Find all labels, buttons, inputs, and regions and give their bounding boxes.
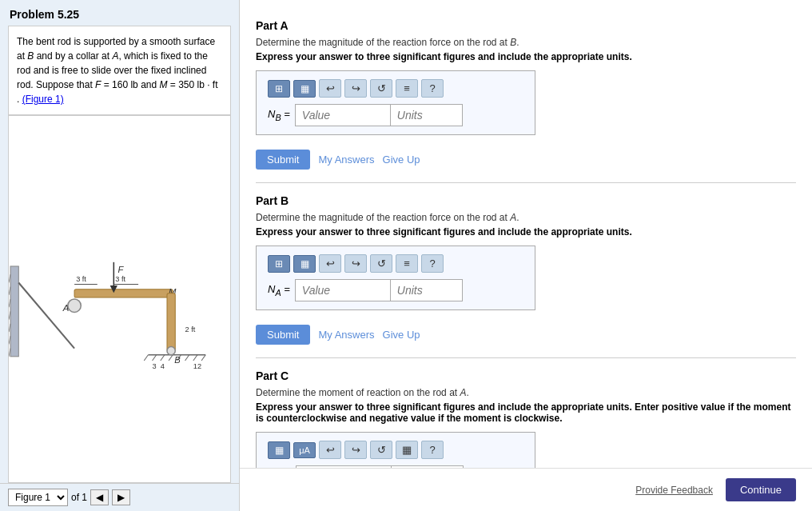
- figure-link[interactable]: (Figure 1): [22, 94, 64, 105]
- svg-text:F: F: [117, 265, 124, 274]
- svg-text:3 ft: 3 ft: [76, 275, 86, 283]
- provide-feedback-btn[interactable]: Provide Feedback: [635, 485, 713, 496]
- undo-btn-c[interactable]: ↩: [319, 441, 341, 459]
- figure-controls: Figure 1 of 1 ◀ ▶: [0, 483, 239, 511]
- part-a-submit-btn[interactable]: Submit: [256, 150, 310, 170]
- refresh-btn-b[interactable]: ↺: [370, 254, 392, 273]
- figure-select[interactable]: Figure 1: [8, 489, 68, 506]
- svg-line-24: [169, 355, 173, 361]
- mu-btn-c[interactable]: μA: [293, 442, 316, 458]
- svg-line-23: [161, 355, 165, 361]
- redo-btn-a[interactable]: ↪: [344, 79, 367, 98]
- bottom-bar: Provide Feedback Continue: [240, 468, 812, 511]
- svg-line-27: [193, 355, 197, 361]
- svg-line-21: [144, 355, 148, 361]
- svg-line-22: [153, 355, 157, 361]
- part-b-give-up-btn[interactable]: Give Up: [383, 329, 420, 341]
- part-b-title: Part B: [256, 194, 796, 207]
- part-a-units-input[interactable]: [391, 104, 463, 126]
- help-btn-b[interactable]: ?: [421, 254, 444, 273]
- figure-svg: A F 3 ft 3 ft M: [9, 116, 230, 482]
- part-a-give-up-btn[interactable]: Give Up: [383, 154, 420, 166]
- part-b-instruction: Determine the magnitude of the reaction …: [256, 212, 796, 223]
- part-a-answer-box: ⊞ ▦ ↩ ↪ ↺ ≡ ? NB =: [256, 70, 535, 135]
- help-btn-c[interactable]: ?: [421, 441, 444, 459]
- part-b-action-row: Submit My Answers Give Up: [256, 325, 796, 345]
- grid-btn-a[interactable]: ⊞: [268, 80, 290, 98]
- part-b-emphasis: Express your answer to three significant…: [256, 226, 796, 238]
- svg-point-10: [68, 299, 81, 312]
- part-b-section: Part B Determine the magnitude of the re…: [256, 194, 796, 358]
- figure-of-label: of 1: [71, 492, 87, 503]
- problem-description: The bent rod is supported by a smooth su…: [8, 26, 231, 115]
- part-b-toolbar: ⊞ ▦ ↩ ↪ ↺ ≡ ?: [268, 254, 523, 273]
- grid-btn-b[interactable]: ⊞: [268, 255, 290, 273]
- svg-text:B: B: [174, 355, 181, 365]
- problem-title: Problem 5.25: [0, 0, 239, 26]
- figure-area: A F 3 ft 3 ft M: [8, 115, 231, 483]
- part-a-value-input[interactable]: [295, 104, 391, 126]
- refresh-btn-c[interactable]: ↺: [370, 441, 392, 459]
- part-a-title: Part A: [256, 19, 796, 32]
- svg-rect-19: [167, 293, 175, 351]
- keyboard-btn-a[interactable]: ≡: [396, 79, 418, 98]
- keyboard-btn-b[interactable]: ≡: [396, 254, 418, 273]
- image-btn-a[interactable]: ▦: [293, 80, 316, 98]
- redo-btn-b[interactable]: ↪: [344, 254, 367, 273]
- svg-text:12: 12: [193, 362, 201, 370]
- part-c-instruction: Determine the moment of reaction on the …: [256, 387, 796, 398]
- grid-btn-c[interactable]: ▦: [268, 441, 290, 459]
- refresh-btn-a[interactable]: ↺: [370, 79, 392, 98]
- part-c-title: Part C: [256, 369, 796, 382]
- part-b-value-input[interactable]: [295, 279, 391, 301]
- continue-btn[interactable]: Continue: [726, 478, 796, 501]
- left-panel: Problem 5.25 The bent rod is supported b…: [0, 0, 240, 511]
- part-b-submit-btn[interactable]: Submit: [256, 325, 310, 345]
- redo-btn-c[interactable]: ↪: [344, 441, 367, 459]
- svg-text:A: A: [62, 303, 70, 313]
- part-a-instruction: Determine the magnitude of the reaction …: [256, 37, 796, 48]
- figure-prev-btn[interactable]: ◀: [90, 489, 109, 505]
- svg-rect-9: [74, 289, 173, 297]
- figure-next-btn[interactable]: ▶: [112, 489, 130, 505]
- undo-btn-a[interactable]: ↩: [319, 79, 341, 98]
- part-a-input-row: NB =: [268, 104, 523, 126]
- svg-point-29: [167, 347, 175, 355]
- part-a-my-answers-btn[interactable]: My Answers: [318, 154, 374, 166]
- part-a-eq-label: NB =: [268, 108, 290, 122]
- part-a-section: Part A Determine the magnitude of the re…: [256, 19, 796, 183]
- svg-text:4: 4: [161, 362, 165, 370]
- part-b-units-input[interactable]: [391, 279, 463, 301]
- undo-btn-b[interactable]: ↩: [319, 254, 341, 273]
- svg-text:3 ft: 3 ft: [115, 275, 125, 283]
- right-panel: Part A Determine the magnitude of the re…: [240, 0, 812, 511]
- svg-text:2 ft: 2 ft: [185, 325, 196, 333]
- part-b-eq-label: NA =: [268, 283, 290, 297]
- part-b-input-row: NA =: [268, 279, 523, 301]
- part-a-toolbar: ⊞ ▦ ↩ ↪ ↺ ≡ ?: [268, 79, 523, 98]
- part-c-emphasis: Express your answer to three significant…: [256, 401, 796, 424]
- part-a-action-row: Submit My Answers Give Up: [256, 150, 796, 170]
- keyboard-btn-c[interactable]: ▦: [396, 441, 418, 459]
- help-btn-a[interactable]: ?: [421, 79, 444, 98]
- part-c-toolbar: ▦ μA ↩ ↪ ↺ ▦ ?: [268, 441, 523, 459]
- part-b-my-answers-btn[interactable]: My Answers: [318, 329, 374, 341]
- part-a-emphasis: Express your answer to three significant…: [256, 51, 796, 62]
- svg-text:3: 3: [153, 362, 157, 370]
- svg-line-26: [185, 355, 189, 361]
- image-btn-b[interactable]: ▦: [293, 255, 316, 273]
- svg-line-8: [18, 282, 74, 348]
- part-b-answer-box: ⊞ ▦ ↩ ↪ ↺ ≡ ? NA =: [256, 246, 535, 310]
- svg-rect-0: [10, 266, 18, 357]
- svg-line-28: [201, 355, 205, 361]
